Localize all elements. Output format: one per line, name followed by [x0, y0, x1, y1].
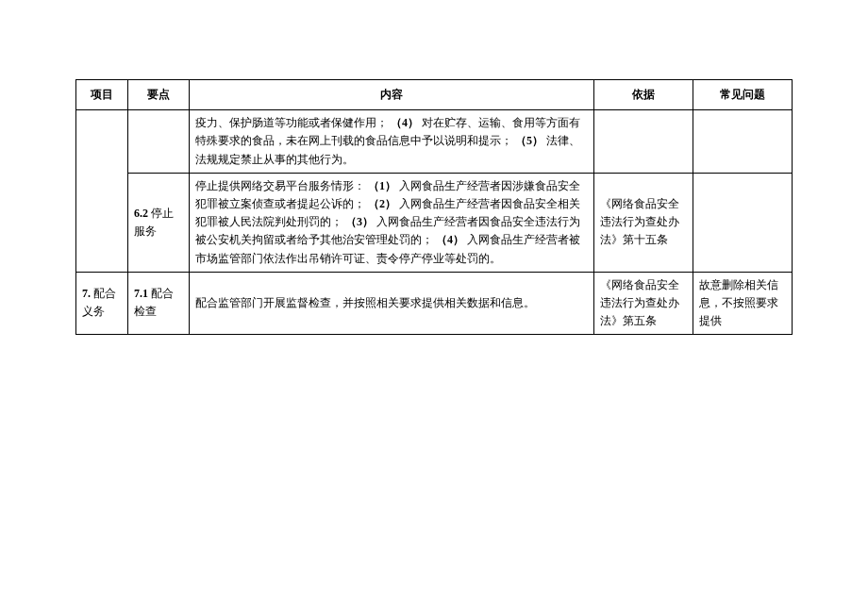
content-bold: （4）	[436, 233, 464, 246]
regulation-table: 项目 要点 内容 依据 常见问题 疫力、保护肠道等功能或者保健作用； （4） 对…	[75, 79, 793, 335]
cell-project-empty	[76, 110, 128, 273]
cell-basis-row3: 《网络食品安全违法行为查处办法》第五条	[594, 272, 693, 335]
header-project: 项目	[76, 80, 128, 110]
content-bold: （2）	[368, 197, 396, 210]
cell-issue-row3: 故意删除相关信息，不按照要求提供	[693, 272, 793, 335]
point-number: 7.1	[134, 287, 148, 300]
table-row: 6.2 停止服务 停止提供网络交易平台服务情形： （1） 入网食品生产经营者因涉…	[76, 173, 793, 272]
header-issue: 常见问题	[693, 80, 793, 110]
cell-content-row1: 疫力、保护肠道等功能或者保健作用； （4） 对在贮存、运输、食用等方面有特殊要求…	[190, 110, 594, 174]
content-bold: （3）	[345, 215, 374, 228]
cell-content-row2: 停止提供网络交易平台服务情形： （1） 入网食品生产经营者因涉嫌食品安全犯罪被立…	[190, 173, 594, 272]
point-number: 6.2	[134, 207, 148, 220]
cell-basis-empty	[594, 110, 693, 174]
table-row: 7. 配合义务 7.1 配合检查 配合监管部门开展监督检查，并按照相关要求提供相…	[76, 272, 793, 335]
cell-point-6-2: 6.2 停止服务	[128, 173, 190, 272]
header-point: 要点	[128, 80, 190, 110]
table-header-row: 项目 要点 内容 依据 常见问题	[76, 80, 793, 110]
cell-content-row3: 配合监管部门开展监督检查，并按照相关要求提供相关数据和信息。	[190, 272, 594, 335]
project-number: 7.	[82, 287, 91, 300]
content-bold: （4）	[391, 116, 419, 129]
header-content: 内容	[190, 80, 594, 110]
content-bold: （5）	[515, 134, 543, 147]
cell-project-7: 7. 配合义务	[76, 272, 128, 335]
cell-issue-empty	[693, 173, 793, 272]
cell-issue-empty	[693, 110, 793, 174]
cell-point-empty	[128, 110, 190, 174]
content-text: 停止提供网络交易平台服务情形：	[195, 179, 365, 192]
cell-basis-row2: 《网络食品安全违法行为查处办法》第十五条	[594, 173, 693, 272]
content-bold: （1）	[368, 179, 396, 192]
content-text: 疫力、保护肠道等功能或者保健作用；	[195, 116, 388, 129]
header-basis: 依据	[594, 80, 693, 110]
table-row: 疫力、保护肠道等功能或者保健作用； （4） 对在贮存、运输、食用等方面有特殊要求…	[76, 110, 793, 174]
cell-point-7-1: 7.1 配合检查	[128, 272, 190, 335]
